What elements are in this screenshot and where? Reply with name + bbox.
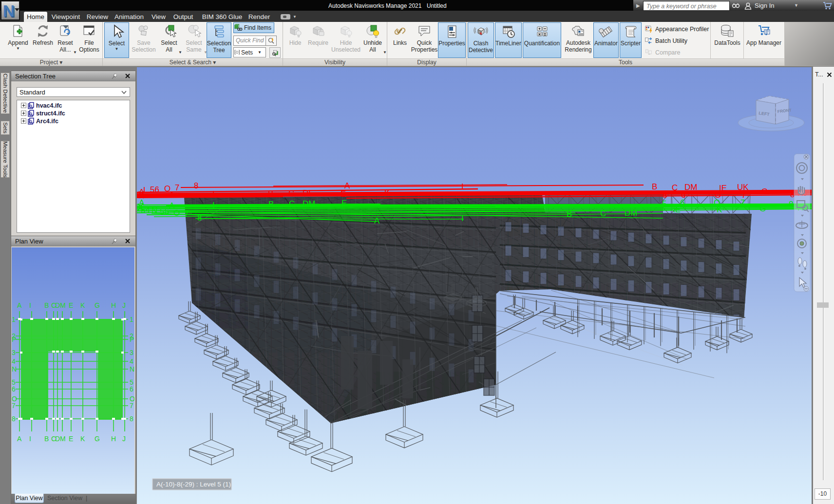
svg-text:E: E bbox=[341, 199, 347, 208]
svg-text:8: 8 bbox=[194, 181, 198, 190]
svg-text:P: P bbox=[12, 336, 16, 343]
svg-text:J: J bbox=[122, 435, 126, 443]
svg-text:DM: DM bbox=[303, 199, 315, 208]
svg-text:B: B bbox=[567, 209, 572, 219]
svg-text:A(-10)-8(-29) : Level 5 (1): A(-10)-8(-29) : Level 5 (1) bbox=[156, 481, 231, 488]
svg-text:A: A bbox=[169, 201, 175, 210]
svg-text:8: 8 bbox=[12, 415, 16, 423]
svg-text:H: H bbox=[111, 301, 116, 309]
svg-text:8: 8 bbox=[130, 415, 133, 423]
svg-text:C: C bbox=[672, 183, 678, 192]
svg-text:I: I bbox=[29, 435, 31, 443]
svg-text:A: A bbox=[374, 216, 380, 225]
svg-text:G: G bbox=[95, 435, 100, 443]
svg-text:E: E bbox=[341, 189, 346, 199]
svg-text:5: 5 bbox=[663, 190, 667, 200]
svg-text:E: E bbox=[69, 435, 73, 443]
svg-text:56: 56 bbox=[150, 185, 159, 194]
svg-text:H: H bbox=[111, 435, 116, 443]
svg-text:B: B bbox=[44, 301, 49, 309]
svg-text:A: A bbox=[17, 301, 22, 309]
svg-text:DI: DI bbox=[303, 188, 311, 198]
svg-text:K: K bbox=[80, 301, 85, 309]
svg-text:N: N bbox=[152, 206, 157, 215]
svg-text:7: 7 bbox=[12, 402, 16, 410]
svg-text:G: G bbox=[759, 204, 766, 213]
svg-text:A: A bbox=[17, 435, 22, 443]
svg-text:7: 7 bbox=[175, 183, 179, 192]
svg-text:7: 7 bbox=[740, 198, 745, 207]
svg-text:K: K bbox=[384, 188, 390, 198]
svg-text:7: 7 bbox=[130, 402, 133, 410]
svg-text:lE: lE bbox=[673, 205, 681, 214]
svg-text:6: 6 bbox=[12, 385, 16, 393]
svg-text:N: N bbox=[130, 365, 134, 373]
svg-text:G: G bbox=[761, 187, 768, 196]
svg-text:B: B bbox=[652, 182, 657, 191]
svg-text:J: J bbox=[122, 301, 126, 309]
svg-text:D: D bbox=[55, 435, 60, 443]
svg-text:7: 7 bbox=[184, 209, 189, 219]
svg-text:A: A bbox=[169, 190, 175, 200]
svg-text:P: P bbox=[130, 336, 134, 343]
svg-text:4: 4 bbox=[130, 357, 133, 365]
svg-text:B: B bbox=[268, 200, 274, 209]
svg-text:6: 6 bbox=[130, 385, 133, 393]
svg-text:DM: DM bbox=[684, 183, 697, 192]
svg-text:M: M bbox=[60, 435, 66, 443]
svg-text:I: I bbox=[29, 301, 31, 309]
svg-text:8: 8 bbox=[789, 200, 793, 209]
svg-text:C: C bbox=[289, 199, 295, 208]
svg-text:C: C bbox=[288, 189, 294, 198]
svg-text:K: K bbox=[80, 435, 85, 443]
svg-text:L: L bbox=[143, 186, 148, 195]
svg-text:4: 4 bbox=[12, 357, 16, 365]
svg-text:B: B bbox=[44, 435, 49, 443]
svg-text:D: D bbox=[55, 301, 60, 309]
svg-text:A: A bbox=[344, 181, 350, 190]
svg-text:3: 3 bbox=[12, 349, 16, 356]
svg-text:1: 1 bbox=[12, 316, 16, 323]
svg-text:I: I bbox=[212, 189, 215, 199]
svg-text:I: I bbox=[212, 201, 215, 210]
svg-text:1: 1 bbox=[130, 316, 133, 323]
svg-text:DM: DM bbox=[625, 208, 637, 218]
svg-text:6: 6 bbox=[680, 198, 684, 207]
svg-text:N: N bbox=[12, 365, 17, 373]
svg-text:I: I bbox=[461, 182, 464, 191]
svg-text:G: G bbox=[95, 301, 100, 309]
svg-text:E: E bbox=[69, 301, 73, 309]
svg-text:8: 8 bbox=[197, 213, 202, 223]
svg-text:O: O bbox=[714, 198, 720, 207]
svg-text:56: 56 bbox=[160, 207, 169, 216]
svg-text:B: B bbox=[268, 189, 273, 198]
svg-text:C: C bbox=[600, 209, 606, 218]
svg-text:I: I bbox=[461, 214, 464, 223]
svg-text:3: 3 bbox=[130, 349, 133, 356]
svg-text:M: M bbox=[60, 301, 66, 309]
svg-text:5: 5 bbox=[662, 199, 666, 208]
